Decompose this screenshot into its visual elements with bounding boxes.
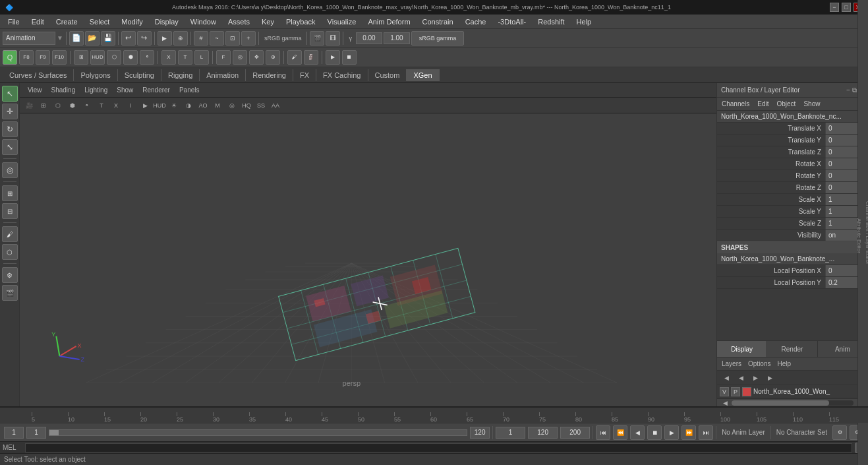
renderer-menu[interactable]: Renderer <box>138 85 174 95</box>
end-frame-display[interactable]: 120 <box>470 427 490 439</box>
layers-menu[interactable]: Layers <box>720 360 743 367</box>
layer-back-btn[interactable]: ◀ <box>734 372 747 384</box>
gamma-value[interactable]: 0.00 <box>356 32 382 44</box>
zoom-btn[interactable]: ⊕ <box>266 50 280 65</box>
edit-menu[interactable]: Edit <box>755 100 770 108</box>
char-set-options[interactable]: ⚙ <box>832 425 847 440</box>
snap-point-button[interactable]: + <box>241 31 256 46</box>
wireframe-btn[interactable]: ⬡ <box>107 50 121 65</box>
vp-shadow-btn[interactable]: ◑ <box>182 100 195 111</box>
channel-row-rotate-y[interactable]: Rotate Y 0 <box>717 170 868 182</box>
pan-btn[interactable]: ✥ <box>249 50 264 65</box>
help-menu[interactable]: Help <box>775 360 793 367</box>
menu-item-cache[interactable]: Cache <box>460 16 492 27</box>
menu-item-create[interactable]: Create <box>51 16 83 27</box>
vp-hud-btn[interactable]: HUD <box>153 100 166 111</box>
component-mode[interactable]: ⊞ <box>2 185 18 201</box>
layer-name-label[interactable]: North_Korea_1000_Won_ <box>753 388 865 395</box>
paint-skin[interactable]: 🖌 <box>2 226 18 242</box>
menu-item-window[interactable]: Window <box>185 16 221 27</box>
snap-options[interactable]: ⊟ <box>2 203 18 219</box>
snap-surface-button[interactable]: ⊡ <box>225 31 240 46</box>
vp-playback-btn[interactable]: ▶ <box>138 100 152 111</box>
view-menu[interactable]: View <box>24 85 46 95</box>
stop-btn[interactable]: ⏹ <box>647 425 662 440</box>
smooth-btn[interactable]: ⚬ <box>140 50 154 65</box>
channel-row-translate-z[interactable]: Translate Z 0 <box>717 146 868 158</box>
go-start-btn[interactable]: ⏮ <box>596 425 610 440</box>
rp-minimize-icon[interactable]: − <box>846 86 850 94</box>
scroll-thumb[interactable] <box>732 400 829 406</box>
channel-row-scale-z[interactable]: Scale Z 1 <box>717 218 868 230</box>
shading-menu[interactable]: Shading <box>47 85 80 95</box>
current-frame-display[interactable]: 1 <box>26 427 46 439</box>
render-btn[interactable]: 🎬 <box>310 31 324 46</box>
orbit-btn[interactable]: ◎ <box>233 50 247 65</box>
select-tool-btn[interactable]: Q <box>3 50 17 65</box>
menu-item-edit[interactable]: Edit <box>26 16 49 27</box>
rp-float-icon[interactable]: ⧉ <box>852 86 857 94</box>
scene-area[interactable]: X Y Z persp <box>20 113 716 406</box>
tab-curves---surfaces[interactable]: Curves / Surfaces <box>3 69 74 81</box>
vp-grid-btn[interactable]: ⊞ <box>37 100 50 111</box>
channel-row-rotate-z[interactable]: Rotate Z 0 <box>717 182 868 194</box>
show-menu[interactable]: Show <box>801 100 822 108</box>
tab-animation[interactable]: Animation <box>200 69 246 81</box>
go-end-btn[interactable]: ⏭ <box>699 425 713 440</box>
channel-row-translate-x[interactable]: Translate X 0 <box>717 123 868 135</box>
sculpt-btn[interactable]: 🗿 <box>304 50 318 65</box>
disp-tab-display[interactable]: Display <box>717 341 767 357</box>
frame-slider[interactable] <box>49 429 467 436</box>
layer-playback-toggle[interactable]: P <box>731 387 740 396</box>
tab-fx[interactable]: FX <box>293 69 316 81</box>
save-file-button[interactable]: 💾 <box>101 31 115 46</box>
attribute-editor-strip[interactable]: Channel Box / Layer Editor Attribute Edi… <box>857 0 868 465</box>
layer-new-btn[interactable]: ◀ <box>720 372 733 384</box>
max-time-field[interactable]: 200 <box>560 427 590 439</box>
show-menu[interactable]: Show <box>113 85 137 95</box>
vp-isolate-btn[interactable]: i <box>124 100 137 111</box>
vp-cam-btn[interactable]: 🎥 <box>22 100 36 111</box>
paint-btn[interactable]: 🖌 <box>287 50 302 65</box>
menu-item-redshift[interactable]: Redshift <box>533 16 569 27</box>
move-tool[interactable]: ✛ <box>2 104 18 119</box>
menu-item-constrain[interactable]: Constrain <box>417 16 459 27</box>
selection-mode3[interactable]: F10 <box>52 50 67 65</box>
start-frame-display[interactable]: 1 <box>4 427 24 439</box>
render-view[interactable]: 🎬 <box>2 285 18 301</box>
texture-btn[interactable]: T <box>178 50 192 65</box>
tab-sculpting[interactable]: Sculpting <box>118 69 161 81</box>
menu-item-help[interactable]: Help <box>571 16 597 27</box>
channel-row-rotate-x[interactable]: Rotate X 0 <box>717 158 868 170</box>
flat-btn[interactable]: ⬢ <box>123 50 138 65</box>
tab-fx-caching[interactable]: FX Caching <box>316 69 368 81</box>
scroll-track[interactable] <box>732 400 854 406</box>
step-fwd-btn[interactable]: ⏩ <box>681 425 696 440</box>
shape-channel-row-local-position-y[interactable]: Local Position Y 0.2 <box>717 277 868 289</box>
tab-rigging[interactable]: Rigging <box>161 69 200 81</box>
anim-layer-label[interactable]: No Anim Layer <box>719 429 768 436</box>
vp-texture-btn[interactable]: T <box>95 100 108 111</box>
soft-select-tool[interactable]: ◎ <box>2 162 18 178</box>
snap-grid-button[interactable]: # <box>194 31 208 46</box>
channel-row-scale-y[interactable]: Scale Y 1 <box>717 206 868 218</box>
frame-slider-thumb[interactable] <box>49 430 59 435</box>
vp-light-btn[interactable]: ☀ <box>167 100 181 111</box>
stop-btn[interactable]: ⏹ <box>342 50 357 65</box>
rp-scrollbar[interactable]: ◀ ▶ <box>717 398 868 406</box>
colorspace-btn[interactable]: sRGB gamma <box>411 31 464 46</box>
vp-dof-btn[interactable]: ◎ <box>225 100 239 111</box>
vp-ao-btn[interactable]: AO <box>196 100 210 111</box>
tab-polygons[interactable]: Polygons <box>74 69 117 81</box>
menu-item-file[interactable]: File <box>3 16 25 27</box>
play-fwd-btn[interactable]: ▶ <box>664 425 679 440</box>
menu-item-key[interactable]: Key <box>256 16 279 27</box>
layer-fwd-btn[interactable]: ▶ <box>749 372 762 384</box>
timeline-ruler[interactable]: 5101520253035404550556065707580859095100… <box>3 410 865 423</box>
gain-value[interactable]: 1.00 <box>384 32 410 44</box>
range-start[interactable]: 1 <box>496 427 525 439</box>
menu-item-visualize[interactable]: Visualize <box>322 16 362 27</box>
open-file-button[interactable]: 📂 <box>85 31 100 46</box>
show-attr[interactable]: ⚙ <box>2 267 18 283</box>
menu-item--3dtoall-[interactable]: -3DtoAll- <box>492 16 531 27</box>
